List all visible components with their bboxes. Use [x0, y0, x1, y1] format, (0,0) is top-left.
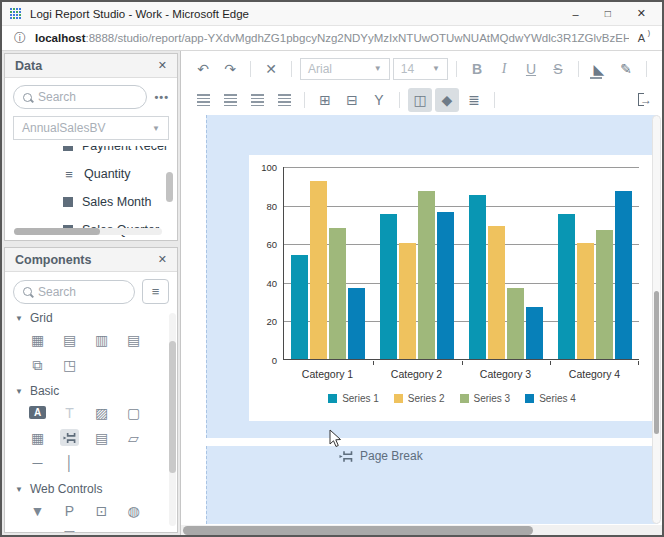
exit-studio-button[interactable]: → — [638, 93, 652, 107]
data-panel-close-icon[interactable]: ✕ — [158, 59, 167, 72]
underline-button[interactable]: U — [519, 57, 543, 81]
component-subreport[interactable]: ▱ — [124, 429, 143, 446]
component-navigation-bar[interactable]: ◍ — [124, 502, 143, 519]
data-field-row[interactable]: Sales Month — [8, 188, 174, 216]
component-text-field[interactable]: T — [60, 404, 79, 421]
bold-button[interactable]: B — [465, 57, 489, 81]
scrollbar-thumb[interactable] — [14, 228, 100, 235]
object-view-toggle[interactable]: ◆ — [435, 88, 459, 112]
component-crosstab[interactable]: ▥ — [92, 331, 111, 348]
component-table[interactable]: ▦ — [28, 331, 47, 348]
bar-series-1[interactable] — [558, 214, 575, 359]
align-right-button[interactable] — [245, 88, 269, 112]
read-aloud-icon[interactable]: A — [638, 32, 650, 44]
component-table-grid[interactable]: ▦ — [28, 429, 47, 446]
bar-series-2[interactable] — [488, 226, 505, 359]
component-image[interactable]: ▨ — [92, 404, 111, 421]
component-tabular[interactable]: ⧉ — [28, 356, 47, 373]
bar-series-4[interactable] — [348, 288, 365, 359]
bar-series-1[interactable] — [380, 214, 397, 359]
components-search-box[interactable] — [13, 280, 135, 304]
split-cells-button[interactable]: ⊟ — [340, 88, 364, 112]
font-color-button[interactable]: ✎ — [614, 57, 638, 81]
data-list-hscrollbar[interactable] — [14, 228, 162, 235]
data-field-row[interactable]: Payment Recei — [8, 146, 174, 160]
italic-button[interactable]: I — [492, 57, 516, 81]
undo-button[interactable]: ↶ — [191, 57, 215, 81]
scrollbar-thumb[interactable] — [654, 291, 659, 434]
delete-button[interactable]: ✕ — [259, 57, 283, 81]
page-break-marker[interactable]: Page Break — [339, 449, 423, 463]
component-section-basic[interactable]: ▼Basic — [15, 384, 173, 398]
component-report-body[interactable]: ◳ — [60, 356, 79, 373]
component-horizontal-line[interactable]: ─ — [28, 454, 47, 471]
components-panel-close-icon[interactable]: ✕ — [158, 253, 167, 266]
data-search-input[interactable] — [38, 90, 137, 104]
report-page[interactable]: 020406080100 Category 1Category 2Categor… — [206, 115, 658, 438]
bar-series-4[interactable] — [437, 212, 454, 359]
bar-series-4[interactable] — [526, 307, 543, 359]
data-more-button[interactable]: ••• — [154, 91, 169, 103]
justify-button[interactable] — [272, 88, 296, 112]
component-checkbox[interactable]: ☑ — [60, 527, 79, 532]
component-section-web-controls[interactable]: ▼Web Controls — [15, 482, 173, 496]
chart-bars — [284, 167, 639, 359]
component-list-box[interactable]: ◧ — [124, 527, 143, 532]
component-parameter-control[interactable]: P — [60, 502, 79, 519]
component-vertical-line[interactable]: │ — [60, 454, 79, 471]
report-page-next[interactable]: Page Break — [206, 446, 658, 524]
address-bar[interactable]: ⓘ localhost:8888/studio/report/app-YXdvM… — [2, 26, 662, 51]
canvas-vscrollbar[interactable] — [652, 115, 661, 524]
scrollbar-thumb[interactable] — [183, 526, 533, 535]
bar-series-3[interactable] — [596, 230, 613, 359]
scrollbar-thumb[interactable] — [169, 341, 176, 473]
minimize-button[interactable]: – — [573, 8, 579, 20]
bar-series-3[interactable] — [418, 191, 435, 359]
url-text[interactable]: localhost:8888/studio/report/app-YXdvMgd… — [35, 32, 629, 44]
data-list-vscrollbar[interactable] — [166, 172, 173, 202]
bar-series-3[interactable] — [329, 228, 346, 359]
site-info-icon[interactable]: ⓘ — [14, 30, 26, 47]
dataset-select[interactable]: AnnualSalesBV ▼ — [13, 116, 169, 140]
bar-series-1[interactable] — [291, 255, 308, 359]
bar-series-2[interactable] — [577, 243, 594, 359]
data-search-box[interactable] — [13, 85, 147, 109]
component-text-box[interactable]: ⊟ — [92, 527, 111, 532]
align-left-button[interactable] — [191, 88, 215, 112]
components-search-input[interactable] — [38, 285, 125, 299]
bar-series-1[interactable] — [469, 195, 486, 359]
component-banded-object[interactable]: ▤ — [92, 429, 111, 446]
components-list-view-button[interactable]: ≡ — [142, 279, 169, 304]
outline-list-button[interactable]: ≣ — [462, 88, 486, 112]
component-label[interactable]: A — [28, 404, 47, 421]
fill-color-button[interactable]: ◣ — [587, 57, 611, 81]
bar-series-2[interactable] — [399, 243, 416, 359]
legend-swatch — [394, 394, 403, 403]
component-parameter-form[interactable]: ⊡ — [92, 502, 111, 519]
bar-series-3[interactable] — [507, 288, 524, 359]
chart-component[interactable]: 020406080100 Category 1Category 2Categor… — [249, 155, 655, 421]
align-center-button[interactable] — [218, 88, 242, 112]
maximize-button[interactable]: □ — [605, 8, 611, 19]
component-banded[interactable]: ▤ — [60, 331, 79, 348]
component-radio-button[interactable]: ◎ — [28, 527, 47, 532]
component-summary-table[interactable]: ▤ — [124, 331, 143, 348]
data-field-row[interactable]: ≡Quantity — [8, 160, 174, 188]
structure-view-toggle[interactable]: ◫ — [408, 88, 432, 112]
bar-series-4[interactable] — [615, 191, 632, 359]
component-page-panel[interactable]: ▢ — [124, 404, 143, 421]
bar-series-2[interactable] — [310, 181, 327, 359]
component-section-grid[interactable]: ▼Grid — [15, 311, 173, 325]
font-size-select[interactable]: 14 ▼ — [393, 58, 448, 80]
merge-cells-button[interactable]: ⊞ — [313, 88, 337, 112]
component-filter-control[interactable]: ▼ — [28, 502, 47, 519]
strikethrough-button[interactable]: S — [546, 57, 570, 81]
design-canvas[interactable]: 020406080100 Category 1Category 2Categor… — [181, 113, 662, 535]
close-window-button[interactable]: ✕ — [637, 7, 646, 20]
redo-button[interactable]: ↷ — [218, 57, 242, 81]
components-vscrollbar[interactable] — [169, 313, 176, 526]
filter-button[interactable]: Y — [367, 88, 391, 112]
font-family-select[interactable]: Arial ▼ — [300, 58, 390, 80]
component-page-break[interactable] — [60, 429, 79, 446]
canvas-hscrollbar[interactable] — [181, 525, 662, 535]
